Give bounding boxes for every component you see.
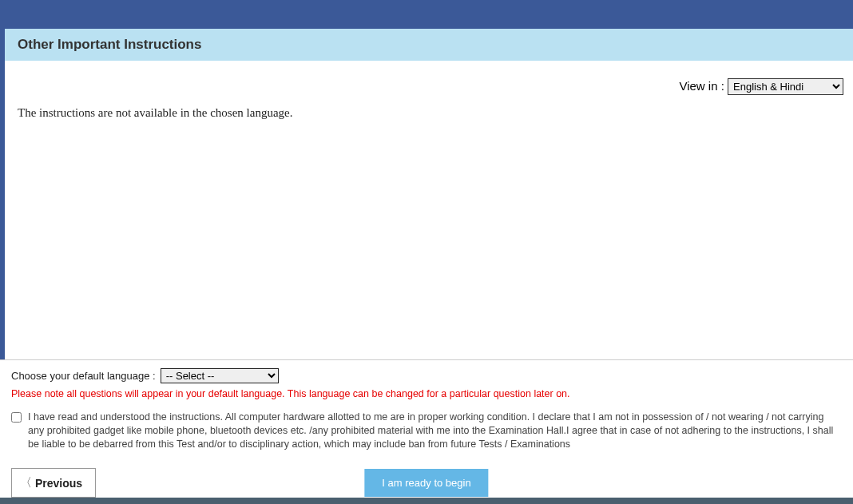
footer-panel: Choose your default language : -- Select… [0, 359, 853, 504]
view-in-label: View in : [679, 79, 728, 93]
language-select[interactable]: -- Select -- [161, 368, 279, 383]
bottom-strip [0, 498, 853, 504]
agreement-checkbox[interactable] [11, 412, 22, 423]
instruction-message: The instructions are not available in th… [18, 106, 843, 120]
language-label: Choose your default language : [11, 370, 156, 382]
previous-button[interactable]: 〈 Previous [11, 468, 96, 498]
section-header: Other Important Instructions [0, 29, 853, 61]
language-warning: Please note all questions will appear in… [11, 388, 842, 399]
language-row: Choose your default language : -- Select… [11, 368, 842, 383]
view-in-row: View in : English & Hindi [679, 78, 843, 95]
begin-button[interactable]: I am ready to begin [364, 469, 488, 497]
page-title: Other Important Instructions [18, 37, 840, 53]
previous-label: Previous [35, 477, 82, 490]
top-bar [0, 0, 853, 29]
agreement-row: I have read and understood the instructi… [11, 411, 842, 451]
chevron-left-icon: 〈 [20, 475, 32, 490]
content-area: View in : English & Hindi The instructio… [0, 61, 853, 359]
agreement-text: I have read and understood the instructi… [28, 411, 842, 451]
view-in-select[interactable]: English & Hindi [728, 78, 843, 95]
button-row: 〈 Previous I am ready to begin [11, 469, 842, 498]
